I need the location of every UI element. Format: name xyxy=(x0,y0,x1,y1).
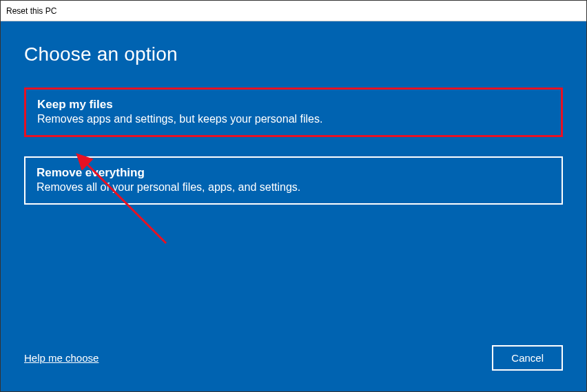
page-heading: Choose an option xyxy=(24,43,563,65)
window-title-bar: Reset this PC xyxy=(1,1,586,21)
dialog-footer: Help me choose Cancel xyxy=(24,345,563,378)
option-remove-title: Remove everything xyxy=(37,166,550,180)
option-keep-desc: Removes apps and settings, but keeps you… xyxy=(37,113,550,125)
option-keep-my-files[interactable]: Keep my files Removes apps and settings,… xyxy=(24,87,563,137)
option-keep-title: Keep my files xyxy=(37,98,550,112)
cancel-button[interactable]: Cancel xyxy=(492,345,563,371)
dialog-content: Choose an option Keep my files Removes a… xyxy=(1,21,586,391)
option-remove-everything[interactable]: Remove everything Removes all of your pe… xyxy=(24,156,563,205)
option-remove-desc: Removes all of your personal files, apps… xyxy=(37,181,550,194)
window-title: Reset this PC xyxy=(6,6,56,16)
help-me-choose-link[interactable]: Help me choose xyxy=(24,352,99,364)
